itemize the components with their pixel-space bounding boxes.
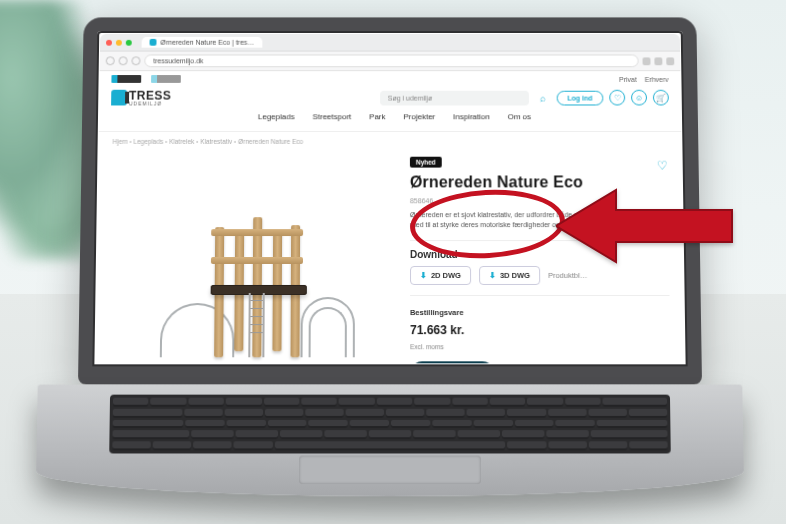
heart-icon: ♡ xyxy=(610,91,624,105)
account-button[interactable]: ☺ xyxy=(631,90,647,106)
close-window-icon[interactable] xyxy=(106,39,112,45)
search-input[interactable]: Søg i udemiljø xyxy=(380,90,529,105)
product-sku: 858646 xyxy=(410,197,668,204)
download-heading: Download xyxy=(410,249,669,260)
forward-icon[interactable] xyxy=(119,56,128,65)
cart-button[interactable]: 🛒 xyxy=(653,90,669,106)
breadcrumb-item[interactable]: Klatrestativ xyxy=(200,138,238,145)
top-strip: Privat Erhverv xyxy=(99,71,680,85)
download-3d-label: 3D DWG xyxy=(500,271,530,280)
wishlist-button[interactable]: ♡ xyxy=(609,90,625,106)
nav-item[interactable]: Om os xyxy=(508,112,531,125)
browser-tab[interactable]: Ørnereden Nature Eco | tres… xyxy=(142,37,263,48)
back-icon[interactable] xyxy=(106,56,115,65)
brand-mini-logo-icon xyxy=(111,75,141,83)
search-placeholder: Søg i udemiljø xyxy=(388,94,432,101)
maximize-window-icon[interactable] xyxy=(126,39,132,45)
product-panel: ♡ Nyhed Ørnereden Nature Eco 858646 Ørne… xyxy=(410,157,671,364)
brand-mini-logo-icon xyxy=(151,75,181,83)
nav-item[interactable]: Park xyxy=(369,112,385,125)
nav-item[interactable]: Streetsport xyxy=(312,112,351,125)
search-icon: ⌕ xyxy=(540,92,546,103)
screen: Ørnereden Nature Eco | tres… tressudemil… xyxy=(95,34,684,363)
breadcrumb-item[interactable]: Legeplads xyxy=(133,138,169,145)
product-price: 71.663 kr. xyxy=(410,323,670,337)
nav-item[interactable]: Legeplads xyxy=(258,112,295,125)
ladder-icon xyxy=(249,293,265,357)
minimize-window-icon[interactable] xyxy=(116,39,122,45)
extension-icon[interactable] xyxy=(654,57,662,65)
product-image xyxy=(152,197,353,363)
expand-chevron-icon[interactable]: ⌄ xyxy=(503,360,525,363)
add-to-cart-button[interactable]: Læg i k… xyxy=(410,361,495,363)
top-link-privat[interactable]: Privat xyxy=(619,76,637,83)
product-gallery xyxy=(109,157,396,364)
breadcrumb-item: Ørnereden Nature Eco xyxy=(238,138,303,145)
download-2d-label: 2D DWG xyxy=(431,271,461,280)
laptop-keyboard xyxy=(36,385,744,497)
ex-vat-label: Excl. moms xyxy=(410,343,670,350)
site-logo[interactable]: TRESS UDEMILJØ xyxy=(111,89,171,107)
breadcrumb-item[interactable]: Klatrelek xyxy=(169,138,200,145)
logo-mark-icon xyxy=(111,90,127,106)
window-titlebar: Ørnereden Nature Eco | tres… xyxy=(100,34,680,52)
download-icon xyxy=(489,271,496,280)
product-description: Ørnereden er et sjovt klatrestativ, der … xyxy=(410,210,669,229)
download-3d-button[interactable]: 3D DWG xyxy=(479,266,540,285)
product-content: ♡ Nyhed Ørnereden Nature Eco 858646 Ørne… xyxy=(95,151,684,364)
product-title: Ørnereden Nature Eco xyxy=(410,174,668,192)
price-value: 71.663 kr. xyxy=(410,323,464,337)
site-header: TRESS UDEMILJØ Søg i udemiljø ⌕ Log ind xyxy=(99,85,681,112)
login-label: Log ind xyxy=(567,94,592,101)
stock-status: Bestillingsvare xyxy=(410,308,670,317)
nav-item[interactable]: Projekter xyxy=(403,112,435,125)
extension-icon[interactable] xyxy=(642,57,650,65)
login-button[interactable]: Log ind xyxy=(556,90,603,105)
dome-bar-icon xyxy=(309,307,347,357)
top-link-erhverv[interactable]: Erhverv xyxy=(645,76,669,83)
search-button[interactable]: ⌕ xyxy=(535,90,551,106)
download-icon xyxy=(420,271,427,280)
arch-bar-icon xyxy=(160,303,235,357)
menu-icon[interactable] xyxy=(666,57,674,65)
address-bar-row: tressudemiljo.dk xyxy=(100,52,681,72)
breadcrumb-item[interactable]: Hjem xyxy=(113,138,134,145)
download-section: Download 2D DWG 3D DWG Prod xyxy=(410,240,670,296)
user-icon: ☺ xyxy=(632,91,646,105)
nav-item[interactable]: Inspiration xyxy=(453,112,490,125)
new-badge: Nyhed xyxy=(410,157,442,168)
download-2d-button[interactable]: 2D DWG xyxy=(410,266,471,285)
main-nav: Legeplads Streetsport Park Projekter Ins… xyxy=(99,112,681,132)
address-text: tressudemiljo.dk xyxy=(153,57,203,64)
tab-title: Ørnereden Nature Eco | tres… xyxy=(160,39,254,46)
download-sheet-link[interactable]: Produktbl… xyxy=(548,271,587,280)
favorite-button[interactable]: ♡ xyxy=(657,159,668,173)
webpage: Privat Erhverv TRESS UDEMILJØ S xyxy=(95,71,684,363)
breadcrumb: Hjem Legeplads Klatrelek Klatrestativ Ør… xyxy=(99,132,682,151)
trackpad xyxy=(299,456,481,485)
cart-icon: 🛒 xyxy=(654,91,668,105)
laptop-lid: Ørnereden Nature Eco | tres… tressudemil… xyxy=(78,17,702,384)
reload-icon[interactable] xyxy=(131,56,140,65)
address-bar[interactable]: tressudemiljo.dk xyxy=(144,55,638,68)
laptop: Ørnereden Nature Eco | tres… tressudemil… xyxy=(76,17,704,496)
favicon-icon xyxy=(150,39,157,46)
